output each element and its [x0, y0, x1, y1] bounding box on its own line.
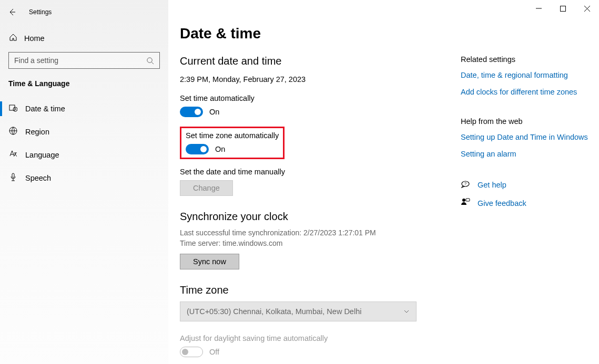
search-input[interactable]: [14, 56, 140, 65]
manual-datetime-label: Set the date and time manually: [180, 168, 443, 176]
dst-label: Adjust for daylight saving time automati…: [180, 334, 443, 342]
sidebar-item-region[interactable]: Region: [0, 120, 168, 143]
svg-point-0: [147, 57, 152, 62]
highlight-annotation: Set time zone automatically On: [180, 127, 285, 159]
chevron-down-icon: [403, 308, 410, 315]
set-time-auto-state: On: [209, 108, 219, 116]
timezone-value: (UTC+05:30) Chennai, Kolkata, Mumbai, Ne…: [187, 307, 361, 316]
get-help-link[interactable]: Get help: [478, 181, 506, 189]
related-link-clocks[interactable]: Add clocks for different time zones: [461, 88, 592, 96]
maximize-icon: [560, 6, 566, 12]
feedback-icon: [461, 197, 470, 209]
sidebar-item-date-time[interactable]: Date & time: [0, 97, 168, 120]
sidebar-item-label: Region: [25, 128, 49, 136]
close-icon: [584, 6, 590, 12]
get-help-row[interactable]: ? Get help: [461, 179, 592, 190]
sidebar-category: Time & Language: [0, 69, 168, 94]
set-tz-auto-label: Set time zone automatically: [186, 131, 279, 140]
svg-text:?: ?: [464, 181, 467, 186]
search-icon: [146, 57, 154, 65]
dst-toggle: [180, 347, 203, 357]
sidebar-item-label: Language: [25, 151, 59, 159]
maximize-button[interactable]: [551, 0, 575, 17]
svg-rect-8: [466, 199, 470, 201]
feedback-row[interactable]: Give feedback: [461, 197, 592, 209]
sync-heading: Synchronize your clock: [180, 211, 443, 223]
calendar-clock-icon: [8, 103, 18, 114]
titlebar: Settings: [0, 0, 168, 24]
help-web-block: Help from the web Setting up Date and Ti…: [461, 117, 592, 158]
minimize-button[interactable]: [526, 0, 551, 17]
feedback-link[interactable]: Give feedback: [478, 199, 526, 207]
related-link-formatting[interactable]: Date, time & regional formatting: [461, 71, 592, 79]
globe-icon: [8, 127, 18, 137]
set-time-auto-row: On: [180, 107, 443, 117]
time-server-text: Time server: time.windows.com: [180, 238, 443, 249]
home-icon: [8, 33, 18, 44]
help-chat-icon: ?: [461, 179, 470, 190]
back-button[interactable]: [0, 0, 24, 24]
window-title: Settings: [29, 8, 52, 16]
sync-info: Last successful time synchronization: 2/…: [180, 228, 443, 248]
minimize-icon: [536, 6, 542, 12]
main-content: Date & time Current date and time 2:39 P…: [180, 25, 443, 364]
set-time-auto-label: Set time automatically: [180, 94, 443, 102]
timezone-dropdown: (UTC+05:30) Chennai, Kolkata, Mumbai, Ne…: [180, 301, 417, 321]
search-box[interactable]: [8, 52, 160, 69]
svg-point-7: [462, 199, 465, 202]
svg-rect-5: [560, 6, 565, 11]
set-tz-auto-toggle[interactable]: [186, 144, 209, 154]
window-controls: [526, 0, 599, 17]
sync-now-button[interactable]: Sync now: [180, 254, 239, 269]
sidebar-home[interactable]: Home: [0, 29, 168, 48]
set-time-auto-toggle[interactable]: [180, 107, 203, 117]
help-link-setup[interactable]: Setting up Date and Time in Windows: [461, 133, 592, 141]
set-tz-auto-row: On: [186, 144, 279, 154]
set-tz-auto-state: On: [215, 145, 225, 153]
dst-state: Off: [209, 348, 219, 356]
dst-row: Off: [180, 347, 443, 357]
sidebar-item-label: Date & time: [25, 105, 65, 113]
change-button: Change: [180, 180, 233, 196]
sidebar-nav: Date & time Region Language Speech: [0, 97, 168, 190]
right-column: Related settings Date, time & regional f…: [461, 55, 592, 216]
sidebar-item-language[interactable]: Language: [0, 143, 168, 167]
language-icon: [8, 150, 18, 160]
timezone-heading: Time zone: [180, 284, 443, 296]
svg-rect-4: [12, 173, 14, 178]
page-title: Date & time: [180, 25, 443, 42]
sidebar-item-speech[interactable]: Speech: [0, 167, 168, 190]
close-button[interactable]: [575, 0, 599, 17]
current-datetime-heading: Current date and time: [180, 55, 443, 67]
sidebar-item-label: Speech: [25, 174, 51, 182]
related-heading: Related settings: [461, 55, 592, 64]
last-sync-text: Last successful time synchronization: 2/…: [180, 228, 443, 238]
current-datetime-value: 2:39 PM, Monday, February 27, 2023: [180, 75, 443, 84]
left-panel: Settings Home Time & Language Date & tim…: [0, 0, 168, 364]
microphone-icon: [8, 173, 18, 183]
help-web-heading: Help from the web: [461, 117, 592, 126]
sidebar-home-label: Home: [24, 34, 45, 43]
related-settings-block: Related settings Date, time & regional f…: [461, 55, 592, 96]
back-arrow-icon: [8, 8, 16, 16]
help-link-alarm[interactable]: Setting an alarm: [461, 150, 592, 158]
